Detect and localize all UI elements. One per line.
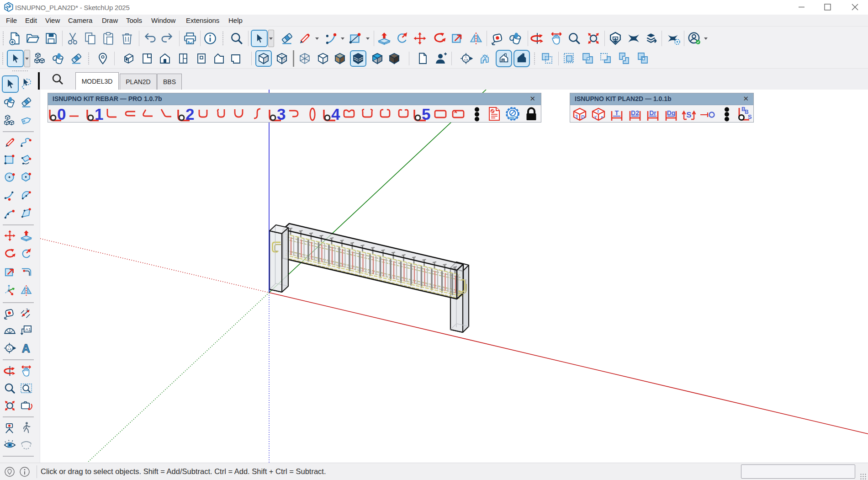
svg-text:1: 1 [95,105,103,123]
svg-text:Dg: Dg [667,109,676,117]
svg-text:x: x [601,115,603,119]
svg-text:3: 3 [277,105,286,123]
svg-text:0: 0 [57,105,66,123]
svg-text:A1: A1 [26,327,31,332]
svg-text:A-B: A-B [7,348,11,351]
svg-text:D2: D2 [631,109,639,117]
svg-text:T: T [615,109,619,117]
svg-text:5: 5 [422,105,430,123]
svg-text:Dr: Dr [649,109,656,117]
svg-text:3: 3 [26,308,28,312]
svg-text:z: z [597,109,599,113]
svg-text:S: S [748,113,752,120]
svg-text:2: 2 [185,105,194,123]
svg-text:A: A [22,342,30,354]
svg-text:y: y [594,114,597,119]
svg-text:3: 3 [575,114,578,119]
svg-text:C: C [8,345,11,348]
svg-text:A-B: A-B [464,59,468,61]
svg-text:D: D [581,114,585,120]
svg-text:S: S [686,111,691,119]
svg-text:C: C [465,55,467,59]
svg-text:4: 4 [331,105,340,123]
